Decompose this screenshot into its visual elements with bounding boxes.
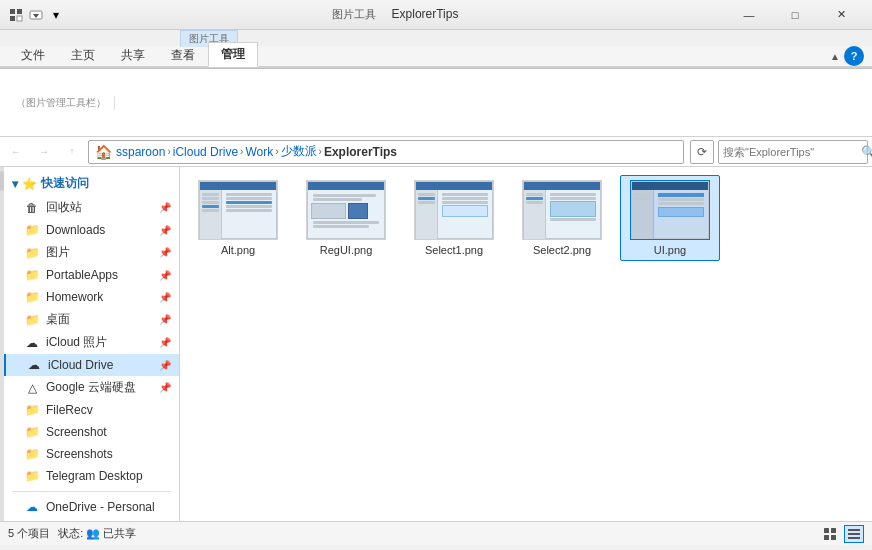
file-thumbnail: [306, 180, 386, 240]
pin-icon: 📌: [159, 225, 171, 236]
tab-share[interactable]: 共享: [108, 43, 158, 67]
pin-icon: 📌: [159, 382, 171, 393]
help-button[interactable]: ?: [844, 46, 864, 66]
sidebar-item-screenshot[interactable]: 📁 Screenshot: [4, 421, 179, 443]
sidebar-item-icloud-photos[interactable]: ☁ iCloud 照片 📌: [4, 331, 179, 354]
app-title: ExplorerTips: [392, 7, 459, 22]
up-button[interactable]: ↑: [60, 140, 84, 164]
back-button[interactable]: ←: [4, 140, 28, 164]
ribbon-tab-bar: 文件 主页 共享 查看 管理 ▲ ?: [0, 46, 872, 68]
maximize-button[interactable]: □: [772, 0, 818, 30]
cloud-icon: ☁: [26, 357, 42, 373]
file-area: Alt.png: [180, 167, 872, 521]
view-large-icon-button[interactable]: [820, 525, 840, 543]
folder-icon: 📁: [24, 267, 40, 283]
refresh-button[interactable]: ⟳: [690, 140, 714, 164]
file-thumbnail: [198, 180, 278, 240]
folder-icon: 📁: [24, 468, 40, 484]
sidebar-quick-access: ▾ ⭐ 快速访问 🗑 回收站 📌 📁 Downloads 📌 📁 图片: [4, 171, 179, 487]
svg-rect-2: [10, 16, 15, 21]
tab-home[interactable]: 主页: [58, 43, 108, 67]
status-left: 5 个项目 状态: 👥 已共享: [8, 526, 820, 541]
sidebar: ▾ ⭐ 快速访问 🗑 回收站 📌 📁 Downloads 📌 📁 图片: [4, 167, 180, 521]
breadcrumb-work[interactable]: Work: [245, 145, 273, 159]
breadcrumb-root[interactable]: ssparoon: [116, 145, 165, 159]
tab-view[interactable]: 查看: [158, 43, 208, 67]
breadcrumb-icloud[interactable]: iCloud Drive: [173, 145, 238, 159]
file-item[interactable]: Select2.png: [512, 175, 612, 261]
tab-manage[interactable]: 管理: [208, 42, 258, 67]
view-details-button[interactable]: [844, 525, 864, 543]
forward-button[interactable]: →: [32, 140, 56, 164]
search-input[interactable]: [723, 146, 861, 158]
address-bar-area: ← → ↑ 🏠 ssparoon › iCloud Drive › Work ›…: [0, 137, 872, 167]
breadcrumb-shaosu[interactable]: 少数派: [281, 143, 317, 160]
sidebar-item-downloads[interactable]: 📁 Downloads 📌: [4, 219, 179, 241]
close-button[interactable]: ✕: [818, 0, 864, 30]
sidebar-item-recycle[interactable]: 🗑 回收站 📌: [4, 196, 179, 219]
breadcrumb-current: ExplorerTips: [324, 145, 397, 159]
sidebar-item-desktop[interactable]: 📁 桌面 📌: [4, 308, 179, 331]
sidebar-item-onedrive[interactable]: ☁ OneDrive - Personal: [4, 496, 179, 518]
ribbon-group-placeholder: （图片管理工具栏）: [16, 96, 106, 110]
star-icon: ⭐: [22, 177, 37, 191]
file-thumbnail: [414, 180, 494, 240]
svg-rect-7: [831, 528, 836, 533]
pin-icon: 📌: [159, 202, 171, 213]
file-item[interactable]: RegUI.png: [296, 175, 396, 261]
onedrive-icon: ☁: [24, 499, 40, 515]
cloud-icon: ☁: [24, 335, 40, 351]
pin-icon: 📌: [159, 292, 171, 303]
svg-rect-10: [848, 529, 860, 531]
title-bar: ▾ 图片工具 ExplorerTips — □ ✕: [0, 0, 872, 30]
main-layout: ▾ ⭐ 快速访问 🗑 回收站 📌 📁 Downloads 📌 📁 图片: [0, 167, 872, 521]
sidebar-item-screenshots[interactable]: 📁 Screenshots: [4, 443, 179, 465]
file-name: Select2.png: [533, 244, 591, 256]
sidebar-item-telegram[interactable]: 📁 Telegram Desktop: [4, 465, 179, 487]
sidebar-divider: [12, 491, 171, 492]
item-count: 5 个项目: [8, 526, 50, 541]
svg-rect-6: [824, 528, 829, 533]
sidebar-quick-access-header[interactable]: ▾ ⭐ 快速访问: [4, 171, 179, 196]
breadcrumb: ssparoon › iCloud Drive › Work › 少数派 › E…: [116, 143, 677, 160]
folder-icon: 📁: [24, 245, 40, 261]
svg-rect-3: [17, 16, 22, 21]
quick-access-icon2: [28, 7, 44, 23]
quick-access-dropdown[interactable]: ▾: [48, 7, 64, 23]
sidebar-item-homework[interactable]: 📁 Homework 📌: [4, 286, 179, 308]
recycle-icon: 🗑: [24, 200, 40, 216]
svg-rect-9: [831, 535, 836, 540]
address-bar[interactable]: 🏠 ssparoon › iCloud Drive › Work › 少数派 ›…: [88, 140, 684, 164]
sidebar-item-icloud-drive[interactable]: ☁ iCloud Drive 📌: [4, 354, 179, 376]
svg-rect-11: [848, 533, 860, 535]
quick-access-icon1: [8, 7, 24, 23]
ribbon-collapse-icon[interactable]: ▲: [826, 49, 844, 64]
file-name: UI.png: [654, 244, 686, 256]
expand-icon: ▾: [12, 177, 18, 191]
search-icon: 🔍: [861, 145, 872, 159]
share-status: 状态: 👥 已共享: [58, 526, 136, 541]
svg-rect-0: [10, 9, 15, 14]
folder-icon: 📁: [24, 289, 40, 305]
folder-icon: 📁: [24, 424, 40, 440]
search-box[interactable]: 🔍: [718, 140, 868, 164]
sidebar-item-pictures[interactable]: 📁 图片 📌: [4, 241, 179, 264]
quick-access-toolbar[interactable]: ▾: [8, 7, 64, 23]
file-item[interactable]: UI.png: [620, 175, 720, 261]
window-controls[interactable]: — □ ✕: [726, 0, 864, 30]
folder-icon: 📁: [24, 222, 40, 238]
minimize-button[interactable]: —: [726, 0, 772, 30]
sidebar-item-google-drive[interactable]: △ Google 云端硬盘 📌: [4, 376, 179, 399]
google-drive-icon: △: [24, 380, 40, 396]
file-grid: Alt.png: [188, 175, 864, 261]
file-item[interactable]: Select1.png: [404, 175, 504, 261]
tab-file[interactable]: 文件: [8, 43, 58, 67]
sidebar-item-filerecv[interactable]: 📁 FileRecv: [4, 399, 179, 421]
pin-icon: 📌: [159, 314, 171, 325]
pin-icon: 📌: [159, 337, 171, 348]
sidebar-item-portableapps[interactable]: 📁 PortableApps 📌: [4, 264, 179, 286]
svg-rect-12: [848, 537, 860, 539]
file-item[interactable]: Alt.png: [188, 175, 288, 261]
pin-icon: 📌: [159, 247, 171, 258]
file-thumbnail: [630, 180, 710, 240]
